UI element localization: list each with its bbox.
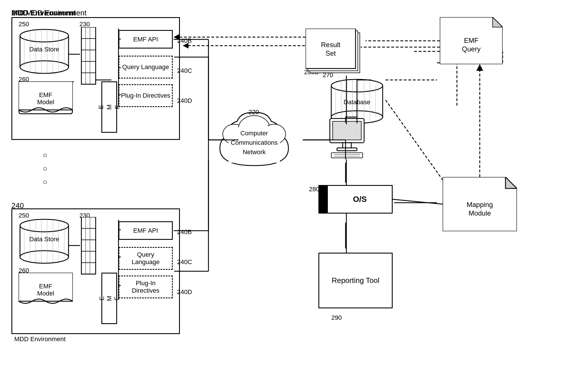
os-indicator <box>318 185 327 214</box>
emf-api-top: EMF API <box>119 30 173 49</box>
svg-point-45 <box>20 219 69 232</box>
svg-marker-97 <box>505 177 517 188</box>
emf-box-top: EMF <box>101 81 117 133</box>
svg-rect-90 <box>333 121 361 140</box>
emf-model-bottom-svg: EMF Model <box>19 273 73 305</box>
reporting-tool-box: Reporting Tool <box>318 253 393 308</box>
svg-line-124 <box>386 100 443 180</box>
num-240c-top: 240C <box>177 67 192 75</box>
num-240b-bottom: 240B <box>177 228 192 236</box>
svg-point-78 <box>331 79 383 92</box>
svg-text:Model: Model <box>37 98 54 106</box>
svg-line-122 <box>393 199 443 204</box>
svg-text:Query: Query <box>462 45 480 53</box>
svg-text:Module: Module <box>469 209 491 217</box>
num-240d-bottom: 240D <box>177 288 192 296</box>
query-language-top: Query Language <box>119 56 173 79</box>
emf-to-boxes-line-top <box>117 29 121 107</box>
svg-text:Model: Model <box>37 290 54 297</box>
svg-rect-58 <box>81 217 96 274</box>
mapping-module-box: Mapping Module <box>443 177 517 231</box>
svg-text:EMF: EMF <box>464 37 479 44</box>
mdd-env-bottom-label: MDD Environment <box>14 335 66 343</box>
emf-to-boxes-line-bottom <box>117 220 121 300</box>
svg-text:Database: Database <box>344 98 370 106</box>
data-store-bottom-label: Data Store <box>24 236 64 243</box>
query-language-bottom: QueryLanguage <box>119 247 173 270</box>
result-set-box: Result Set <box>306 29 363 77</box>
computer-210 <box>328 117 366 161</box>
svg-text:Mapping: Mapping <box>467 201 493 208</box>
data-store-bottom: Data Store <box>19 217 70 264</box>
num-240d-top: 240D <box>177 97 192 104</box>
svg-text:Result: Result <box>321 41 340 49</box>
emf-connector-top <box>79 27 99 90</box>
ellipsis: ○○○ <box>43 148 47 188</box>
svg-marker-126 <box>476 64 483 71</box>
data-store-top-label: Data Store <box>24 46 64 53</box>
emf-api-bottom: EMF API <box>119 221 173 240</box>
svg-rect-32 <box>81 27 96 84</box>
num-240b-top: 240B <box>177 37 192 45</box>
os-box: O/S <box>327 185 393 214</box>
plug-in-bottom: Plug-InDirectives <box>119 276 173 298</box>
data-store-top: Data Store <box>19 27 70 74</box>
svg-rect-93 <box>331 153 363 158</box>
emf-connector-bottom <box>79 217 99 280</box>
num-240c-bottom: 240C <box>177 258 192 266</box>
plug-in-top: Plug-In Directives <box>119 84 173 107</box>
svg-text:EMF: EMF <box>39 91 52 98</box>
emf-query-box: EMF Query <box>440 17 503 64</box>
network-cloud: ComputerCommunicationsNetwork <box>206 108 303 175</box>
line-ds-emf-top <box>69 53 80 56</box>
diagram-container: MDD Environment 240 250 Data Store 260 <box>0 0 562 392</box>
svg-rect-92 <box>337 148 357 151</box>
svg-text:EMF: EMF <box>39 283 52 290</box>
svg-point-20 <box>20 61 69 73</box>
mdd-240-top: 240 MDD Environment <box>11 9 87 17</box>
svg-text:Set: Set <box>326 49 336 57</box>
emf-box-bottom: EMF <box>101 273 117 324</box>
svg-point-19 <box>20 29 69 42</box>
svg-rect-106 <box>306 29 356 69</box>
svg-marker-101 <box>493 17 503 27</box>
emf-model-top-svg: EMF Model <box>19 81 73 114</box>
num-290: 290 <box>331 314 342 321</box>
num-280: 280 <box>309 186 320 193</box>
svg-point-46 <box>20 251 69 263</box>
num-220: 220 <box>248 108 259 116</box>
line-ds-emf-bottom <box>69 244 80 247</box>
network-label: ComputerCommunicationsNetwork <box>221 128 287 157</box>
